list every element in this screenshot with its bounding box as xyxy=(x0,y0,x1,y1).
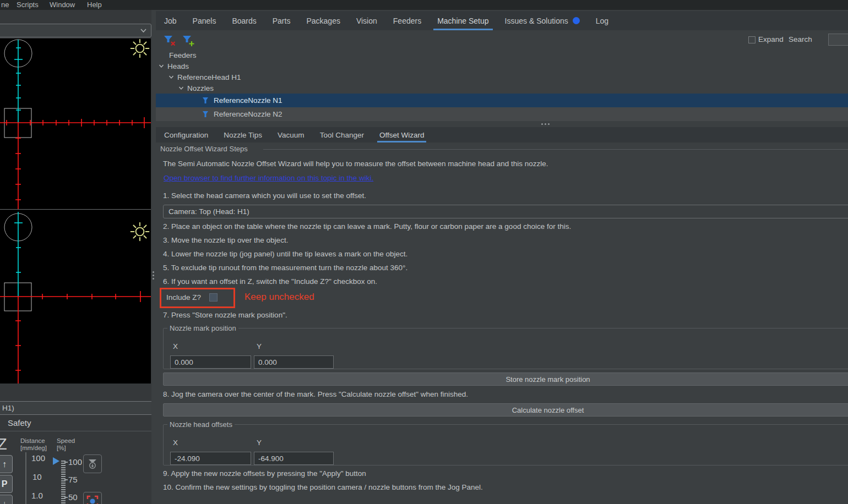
distance-value: 1.0 xyxy=(31,491,43,500)
speed-header: Speed [%] xyxy=(57,437,75,452)
distance-header: Distance [mm/deg] xyxy=(20,437,47,452)
filter-remove-icon xyxy=(163,35,176,47)
store-nozzle-mark-position-button[interactable]: Store nozzle mark position xyxy=(163,372,848,386)
tree-item-referencehead-h1[interactable]: ReferenceHead H1 xyxy=(156,72,848,83)
offset-x-field[interactable]: -24.090 xyxy=(170,452,251,465)
nozzle-icon xyxy=(202,97,209,104)
wiki-link[interactable]: Open browser to find further information… xyxy=(164,174,373,182)
tab-issues-solutions[interactable]: Issues & Solutions xyxy=(503,11,582,30)
step-6: 6. If you want an offset in Z, switch th… xyxy=(163,277,377,286)
tab-machine-setup[interactable]: Machine Setup xyxy=(435,11,491,30)
search-input[interactable] xyxy=(828,34,848,46)
offset-y-field[interactable]: -64.900 xyxy=(254,452,334,465)
group-title-rule xyxy=(263,149,848,150)
park-icon: P xyxy=(2,479,8,489)
tab-parts[interactable]: Parts xyxy=(270,11,293,30)
step-9: 9. Apply the new nozzle offsets by press… xyxy=(163,469,366,478)
step-5: 5. To exclude tip runout from the measur… xyxy=(163,264,407,272)
menu-item-help[interactable]: Help xyxy=(87,1,102,9)
camera-view-top[interactable] xyxy=(0,39,151,209)
tree-item-referencenozzle-n2[interactable]: ReferenceNozzle N2 xyxy=(156,107,848,121)
splitter-handle-horizontal-icon[interactable] xyxy=(541,123,551,125)
chevron-down-icon[interactable] xyxy=(159,64,164,68)
tab-offset-wizard[interactable]: Offset Wizard xyxy=(378,127,426,143)
arrow-down-icon: ↓ xyxy=(2,499,7,504)
tree-item-nozzles[interactable]: Nozzles xyxy=(156,83,848,94)
active-subtab-underline xyxy=(377,141,427,143)
annotation-box xyxy=(160,288,235,308)
active-tab-underline xyxy=(433,29,492,30)
wizard-intro: The Semi Automatic Nozzle Offset Wizard … xyxy=(163,160,548,168)
tree-item-feeders[interactable]: Feeders xyxy=(156,50,848,61)
tab-feeders[interactable]: Feeders xyxy=(391,11,423,30)
step-1: 1. Select the head camera which you will… xyxy=(163,191,366,200)
jog-z-down-button[interactable]: ↓ xyxy=(0,495,13,504)
main-tab-bar: Job Panels Boards Parts Packages Vision … xyxy=(156,11,848,30)
expand-checkbox[interactable] xyxy=(748,36,755,43)
annotation-text: Keep unchecked xyxy=(244,292,314,303)
splitter-handle-vertical-icon[interactable] xyxy=(153,271,154,281)
camera-panel: H1) Safety Z Distance [mm/deg] Speed [%]… xyxy=(0,10,151,504)
tab-boards[interactable]: Boards xyxy=(230,11,258,30)
chevron-down-icon[interactable] xyxy=(178,86,184,90)
tree-item-referencenozzle-n1[interactable]: ReferenceNozzle N1 xyxy=(156,94,848,107)
jog-camera-dropdown[interactable]: H1) xyxy=(0,401,175,415)
tab-tool-changer[interactable]: Tool Changer xyxy=(319,127,365,143)
brightness-sun-icon xyxy=(130,222,150,242)
machine-setup-tree: Feeders Heads ReferenceHead H1 Nozzles R… xyxy=(156,50,848,121)
distance-slider[interactable] xyxy=(25,452,26,504)
distance-value: 100 xyxy=(31,453,45,463)
head-camera-dropdown-value: Camera: Top (Head: H1) xyxy=(168,207,249,216)
tab-vision[interactable]: Vision xyxy=(354,11,379,30)
speed-slider-thumb[interactable] xyxy=(53,457,59,465)
calculate-nozzle-offset-button[interactable]: Calculate nozzle offset xyxy=(163,403,848,417)
notification-badge xyxy=(573,17,580,24)
camera-select-dropdown[interactable] xyxy=(0,24,151,37)
arrow-up-icon: ↑ xyxy=(2,459,7,469)
nozzle-icon xyxy=(202,111,209,118)
safety-divider xyxy=(0,431,151,431)
speed-tick xyxy=(64,462,68,463)
mark-x-field[interactable]: 0.000 xyxy=(170,355,251,369)
mark-y-field[interactable]: 0.000 xyxy=(254,355,334,369)
tab-safety[interactable]: Safety xyxy=(8,418,31,428)
menu-bar: ne Scripts Window Help xyxy=(0,0,848,10)
menu-item-machine[interactable]: ne xyxy=(1,1,9,9)
step-2: 2. Place an object on the table where th… xyxy=(163,222,571,231)
park-z-button[interactable]: P xyxy=(0,475,13,493)
tab-nozzle-tips[interactable]: Nozzle Tips xyxy=(222,127,263,143)
tab-panels[interactable]: Panels xyxy=(191,11,219,30)
menu-item-window[interactable]: Window xyxy=(50,1,75,9)
nozzle-safe-z-button[interactable] xyxy=(83,454,102,473)
speed-tick xyxy=(64,497,68,498)
tab-vacuum[interactable]: Vacuum xyxy=(276,127,306,143)
x-label: X xyxy=(173,342,178,350)
speed-value: 100 xyxy=(68,457,82,467)
tree-item-heads[interactable]: Heads xyxy=(156,61,848,72)
camera-view-bottom[interactable] xyxy=(0,210,151,384)
tab-log[interactable]: Log xyxy=(594,11,611,30)
openpnp-window: ne Scripts Window Help xyxy=(0,0,848,504)
chevron-down-icon[interactable] xyxy=(168,75,174,79)
x-label: X xyxy=(173,439,178,447)
jog-z-up-button[interactable]: ↑ xyxy=(0,455,13,473)
distance-value: 10 xyxy=(32,472,42,481)
speed-tick xyxy=(64,479,68,480)
nozzle-sub-tab-bar: Configuration Nozzle Tips Vacuum Tool Ch… xyxy=(156,127,848,143)
head-camera-dropdown[interactable]: Camera: Top (Head: H1) xyxy=(163,205,848,218)
filter-add-button[interactable] xyxy=(182,35,195,49)
speed-value: 75 xyxy=(68,475,78,484)
menu-item-scripts[interactable]: Scripts xyxy=(17,1,39,9)
group-title: Nozzle head offsets xyxy=(167,420,235,429)
nozzle-head-offsets-group: Nozzle head offsets X Y -24.090 -64.900 xyxy=(163,420,848,465)
speed-value: 50 xyxy=(68,492,78,502)
position-camera-icon xyxy=(86,495,99,504)
y-label: Y xyxy=(257,439,262,447)
tab-configuration[interactable]: Configuration xyxy=(163,127,209,143)
step-10: 10. Confirm the new settings by toggling… xyxy=(163,483,483,491)
filter-remove-button[interactable] xyxy=(163,35,176,49)
tab-job[interactable]: Job xyxy=(162,11,179,30)
position-camera-button[interactable] xyxy=(83,492,102,504)
step-4: 4. Lower the nozzle tip (jog panel) unti… xyxy=(163,250,407,258)
tab-packages[interactable]: Packages xyxy=(304,11,342,30)
